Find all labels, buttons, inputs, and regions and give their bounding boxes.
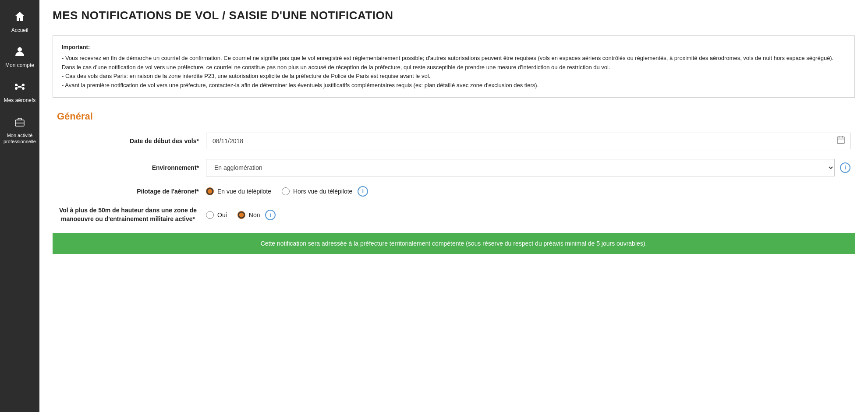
date-input-wrap bbox=[206, 133, 850, 149]
radio-non-label: Non bbox=[249, 211, 260, 218]
svg-line-6 bbox=[17, 85, 18, 86]
sidebar-item-mon-compte[interactable]: Mon compte bbox=[0, 39, 39, 74]
environnement-select[interactable]: En agglomération Hors agglomération bbox=[206, 159, 835, 176]
info-box: Important: - Vous recevrez en fin de dém… bbox=[53, 35, 855, 98]
label-date-debut: Date de début des vols* bbox=[57, 137, 206, 144]
radio-oui-label: Oui bbox=[217, 211, 227, 218]
svg-point-0 bbox=[18, 47, 22, 52]
radio-en-vue-input[interactable] bbox=[206, 187, 214, 195]
page-title: MES NOTIFICATIONS DE VOL / SAISIE D'UNE … bbox=[53, 9, 855, 22]
svg-point-2 bbox=[15, 84, 18, 86]
date-picker-wrap bbox=[206, 133, 850, 149]
label-environnement: Environnement* bbox=[57, 164, 206, 171]
info-vol-50m-button[interactable]: i bbox=[265, 210, 276, 220]
form-row-environnement: Environnement* En agglomération Hors agg… bbox=[57, 159, 850, 176]
notification-bar: Cette notification sera adressée à la pr… bbox=[53, 233, 855, 254]
section-title-general: Général bbox=[57, 111, 850, 122]
form-row-date: Date de début des vols* bbox=[57, 133, 850, 149]
form-row-vol-50m: Vol à plus de 50m de hauteur dans une zo… bbox=[57, 206, 850, 223]
date-debut-input[interactable] bbox=[206, 133, 850, 149]
sidebar-label-mon-compte: Mon compte bbox=[5, 62, 34, 68]
sidebar: Accueil Mon compte Mes aéronefs bbox=[0, 0, 39, 412]
svg-line-9 bbox=[21, 87, 22, 88]
info-box-title: Important: bbox=[62, 43, 846, 52]
radio-hors-vue-input[interactable] bbox=[282, 187, 290, 195]
radio-en-vue[interactable]: En vue du télépilote bbox=[206, 187, 271, 195]
label-vol-50m: Vol à plus de 50m de hauteur dans une zo… bbox=[57, 206, 206, 223]
radio-oui-input[interactable] bbox=[206, 211, 214, 219]
sidebar-label-mes-aeronefs: Mes aéronefs bbox=[4, 97, 36, 103]
house-icon bbox=[14, 11, 26, 25]
calendar-icon[interactable] bbox=[836, 135, 845, 146]
svg-line-7 bbox=[21, 85, 22, 86]
radio-en-vue-label: En vue du télépilote bbox=[217, 188, 271, 195]
info-box-line-2: - Cas des vols dans Paris: en raison de … bbox=[62, 72, 846, 81]
label-pilotage: Pilotage de l'aéronef* bbox=[57, 188, 206, 195]
drone-icon bbox=[14, 81, 26, 95]
pilotage-control-wrap: En vue du télépilote Hors vue du télépil… bbox=[206, 186, 850, 197]
svg-point-3 bbox=[22, 84, 25, 86]
svg-rect-12 bbox=[837, 137, 844, 143]
radio-oui[interactable]: Oui bbox=[206, 211, 227, 219]
sidebar-label-accueil: Accueil bbox=[11, 27, 28, 33]
main-content: MES NOTIFICATIONS DE VOL / SAISIE D'UNE … bbox=[39, 0, 868, 412]
sidebar-item-mes-aeronefs[interactable]: Mes aéronefs bbox=[0, 74, 39, 109]
environnement-control-wrap: En agglomération Hors agglomération i bbox=[206, 159, 850, 176]
info-pilotage-button[interactable]: i bbox=[358, 186, 368, 197]
info-environnement-button[interactable]: i bbox=[840, 162, 850, 173]
notification-bar-text: Cette notification sera adressée à la pr… bbox=[261, 240, 647, 247]
radio-hors-vue[interactable]: Hors vue du télépilote bbox=[282, 187, 352, 195]
svg-line-8 bbox=[17, 87, 18, 88]
briefcase-icon bbox=[14, 116, 26, 130]
sidebar-item-accueil[interactable]: Accueil bbox=[0, 4, 39, 39]
sidebar-label-activite-pro: Mon activité professionnelle bbox=[4, 132, 36, 145]
vol-50m-radio-group: Oui Non bbox=[206, 211, 260, 219]
radio-hors-vue-label: Hors vue du télépilote bbox=[293, 188, 352, 195]
user-icon bbox=[14, 46, 26, 60]
svg-point-4 bbox=[15, 87, 18, 90]
vol-50m-control-wrap: Oui Non i bbox=[206, 210, 850, 220]
radio-non[interactable]: Non bbox=[237, 211, 260, 219]
info-box-line-3: - Avant la première notification de vol … bbox=[62, 81, 846, 90]
svg-point-5 bbox=[22, 87, 25, 90]
form-row-pilotage: Pilotage de l'aéronef* En vue du télépil… bbox=[57, 186, 850, 197]
info-box-line-1: - Vous recevrez en fin de démarche un co… bbox=[62, 54, 846, 72]
radio-non-input[interactable] bbox=[237, 211, 245, 219]
general-section: Général Date de début des vols* bbox=[53, 111, 855, 223]
pilotage-radio-group: En vue du télépilote Hors vue du télépil… bbox=[206, 187, 352, 195]
sidebar-item-activite-pro[interactable]: Mon activité professionnelle bbox=[0, 109, 39, 151]
